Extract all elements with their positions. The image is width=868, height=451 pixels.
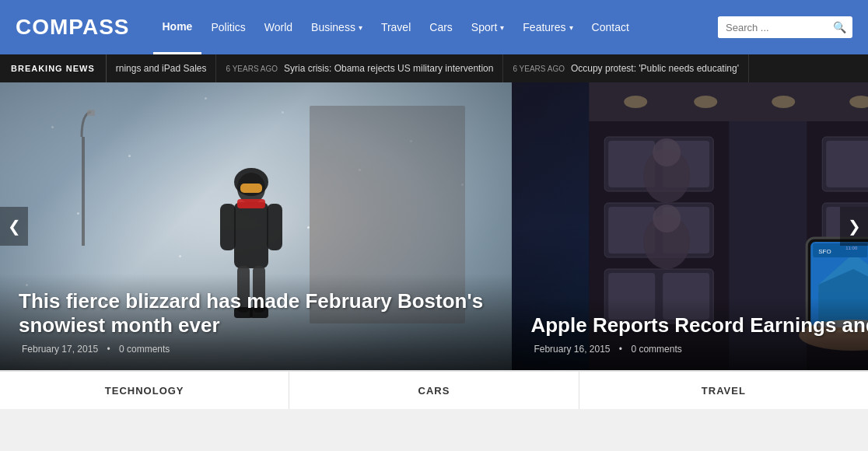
snow-decoration xyxy=(461,184,464,186)
nav-item-home[interactable]: Home xyxy=(153,0,202,54)
svg-text:11:00: 11:00 xyxy=(846,246,859,250)
svg-point-47 xyxy=(653,138,681,166)
nav-item-features[interactable]: Features▾ xyxy=(513,0,582,54)
svg-rect-12 xyxy=(87,110,95,116)
snow-decoration xyxy=(128,155,131,157)
snow-decoration xyxy=(307,226,310,229)
chevron-down-icon: ▾ xyxy=(359,23,362,32)
snow-decoration xyxy=(282,111,284,114)
svg-text:SFO: SFO xyxy=(819,248,831,255)
news-age: 6 YEARS AGO xyxy=(513,65,565,73)
hero-slider: This fierce blizzard has made February B… xyxy=(0,82,868,370)
search-button[interactable]: 🔍 xyxy=(827,16,852,38)
slide-separator: • xyxy=(107,344,110,355)
news-title: rnings and iPad Sales xyxy=(116,63,207,74)
chevron-down-icon: ▾ xyxy=(500,23,504,32)
search-container: 🔍 xyxy=(718,16,852,38)
breaking-news-item[interactable]: 6 YEARS AGOOccupy protest: 'Public needs… xyxy=(503,54,749,82)
nav-item-business[interactable]: Business▾ xyxy=(302,0,372,54)
svg-point-49 xyxy=(653,205,681,232)
slide-title-apple[interactable]: Apple Reports Record Earnings and iPad S… xyxy=(530,313,868,337)
slide-comments-apple: 0 comments xyxy=(631,344,681,355)
nav-item-contact[interactable]: Contact xyxy=(583,0,639,54)
nav-item-travel[interactable]: Travel xyxy=(372,0,420,54)
slide-meta-blizzard: February 17, 2015 • 0 comments xyxy=(19,344,493,355)
svg-rect-2 xyxy=(240,184,262,193)
category-item-cars[interactable]: CARS xyxy=(289,372,579,409)
nav-item-politics[interactable]: Politics xyxy=(201,0,254,54)
site-logo[interactable]: COMPASS xyxy=(16,15,130,40)
main-nav: HomePoliticsWorldBusiness▾TravelCarsSpor… xyxy=(153,0,703,54)
breaking-news-label: BREAKING NEWS xyxy=(0,54,107,82)
chevron-down-icon: ▾ xyxy=(569,23,573,32)
svg-rect-4 xyxy=(220,204,236,250)
slide-blizzard: This fierce blizzard has made February B… xyxy=(0,82,512,370)
categories-bar: TECHNOLOGYCARSTRAVEL xyxy=(0,370,868,409)
lamp-decoration xyxy=(72,106,95,246)
news-title: Syria crisis: Obama rejects US military … xyxy=(284,63,493,74)
category-item-travel[interactable]: TRAVEL xyxy=(579,372,868,409)
svg-point-15 xyxy=(625,96,648,108)
slide-meta-apple: February 16, 2015 • 0 comments xyxy=(530,344,868,355)
slider-next-button[interactable]: ❯ xyxy=(840,207,868,246)
nav-item-world[interactable]: World xyxy=(255,0,302,54)
snow-decoration xyxy=(410,140,412,142)
snow-decoration xyxy=(359,169,361,171)
svg-rect-5 xyxy=(267,204,282,250)
search-input[interactable] xyxy=(718,17,827,38)
slide-apple: SFO 11:00 JFK 19:30 Apple Reports Record… xyxy=(512,82,868,370)
slide-date-apple: February 16, 2015 xyxy=(534,344,610,355)
svg-rect-30 xyxy=(827,141,868,187)
svg-rect-6 xyxy=(237,199,265,208)
breaking-news-item[interactable]: 6 YEARS AGOSyria crisis: Obama rejects U… xyxy=(216,54,503,82)
snow-decoration xyxy=(179,255,181,257)
category-item-technology[interactable]: TECHNOLOGY xyxy=(0,372,289,409)
news-age: 6 YEARS AGO xyxy=(226,65,278,73)
slide-caption-apple: Apple Reports Record Earnings and iPad S… xyxy=(512,298,868,370)
slide-comments: 0 comments xyxy=(119,344,170,355)
news-title: Occupy protest: 'Public needs educating' xyxy=(571,63,739,74)
slide-caption-blizzard: This fierce blizzard has made February B… xyxy=(0,274,512,370)
slider-prev-button[interactable]: ❮ xyxy=(0,207,28,246)
slide-date: February 17, 2015 xyxy=(22,344,98,355)
slide-title-blizzard[interactable]: This fierce blizzard has made February B… xyxy=(19,289,493,337)
svg-point-16 xyxy=(695,96,718,108)
nav-item-sport[interactable]: Sport▾ xyxy=(462,0,513,54)
svg-rect-11 xyxy=(82,137,85,246)
snow-decoration xyxy=(51,126,54,128)
breaking-news-bar: BREAKING NEWS rnings and iPad Sales6 YEA… xyxy=(0,54,868,82)
nav-item-cars[interactable]: Cars xyxy=(420,0,462,54)
breaking-news-item[interactable]: rnings and iPad Sales xyxy=(107,54,217,82)
slide-separator-apple: • xyxy=(619,344,622,355)
svg-rect-3 xyxy=(234,202,268,268)
header: COMPASS HomePoliticsWorldBusiness▾Travel… xyxy=(0,0,868,54)
snow-decoration xyxy=(205,97,207,100)
svg-point-17 xyxy=(772,96,796,108)
